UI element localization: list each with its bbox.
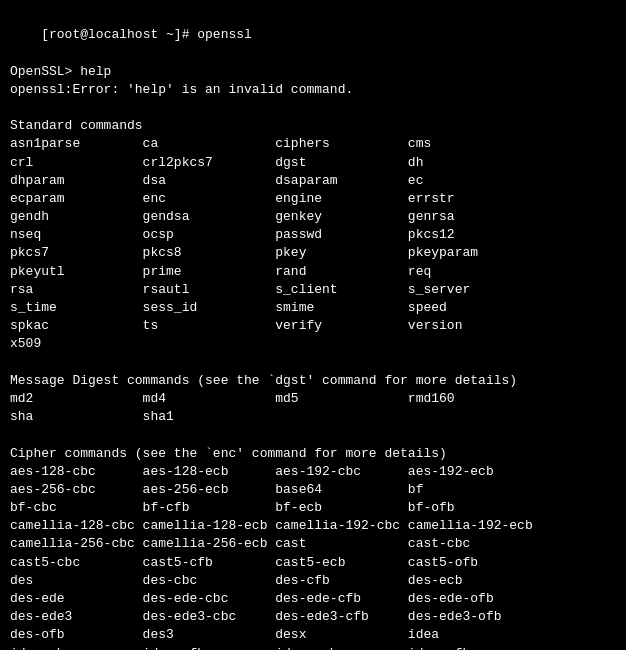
terminal-line: OpenSSL> help [10, 63, 616, 81]
terminal-line: rsa rsautl s_client s_server [10, 281, 616, 299]
terminal-line: s_time sess_id smime speed [10, 299, 616, 317]
terminal-line: dhparam dsa dsaparam ec [10, 172, 616, 190]
terminal-line: asn1parse ca ciphers cms [10, 135, 616, 153]
terminal-line: idea-cbc idea-cfb idea-ecb idea-ofb [10, 645, 616, 650]
terminal-line: cast5-cbc cast5-cfb cast5-ecb cast5-ofb [10, 554, 616, 572]
terminal-line: pkeyutl prime rand req [10, 263, 616, 281]
terminal-line: nseq ocsp passwd pkcs12 [10, 226, 616, 244]
terminal-line: spkac ts verify version [10, 317, 616, 335]
terminal-line: bf-cbc bf-cfb bf-ecb bf-ofb [10, 499, 616, 517]
terminal-line: md2 md4 md5 rmd160 [10, 390, 616, 408]
terminal-line: des-ede3 des-ede3-cbc des-ede3-cfb des-e… [10, 608, 616, 626]
terminal-line: camellia-128-cbc camellia-128-ecb camell… [10, 517, 616, 535]
terminal-window: [root@localhost ~]# openssl OpenSSL> hel… [10, 8, 616, 650]
terminal-line [10, 354, 616, 372]
terminal-line: aes-128-cbc aes-128-ecb aes-192-cbc aes-… [10, 463, 616, 481]
terminal-line: x509 [10, 335, 616, 353]
terminal-line [10, 426, 616, 444]
terminal-line: aes-256-cbc aes-256-ecb base64 bf [10, 481, 616, 499]
command-line: [root@localhost ~]# openssl [41, 27, 252, 42]
terminal-line: Standard commands [10, 117, 616, 135]
terminal-line [10, 99, 616, 117]
terminal-line: camellia-256-cbc camellia-256-ecb cast c… [10, 535, 616, 553]
terminal-line: crl crl2pkcs7 dgst dh [10, 154, 616, 172]
terminal-line: Cipher commands (see the `enc' command f… [10, 445, 616, 463]
terminal-line: Message Digest commands (see the `dgst' … [10, 372, 616, 390]
terminal-line: sha sha1 [10, 408, 616, 426]
terminal-line: ecparam enc engine errstr [10, 190, 616, 208]
terminal-line: openssl:Error: 'help' is an invalid comm… [10, 81, 616, 99]
terminal-line: des-ofb des3 desx idea [10, 626, 616, 644]
terminal-line: des-ede des-ede-cbc des-ede-cfb des-ede-… [10, 590, 616, 608]
terminal-output: OpenSSL> helpopenssl:Error: 'help' is an… [10, 63, 616, 650]
terminal-line: gendh gendsa genkey genrsa [10, 208, 616, 226]
terminal-content: [root@localhost ~]# openssl [10, 8, 616, 63]
terminal-line: pkcs7 pkcs8 pkey pkeyparam [10, 244, 616, 262]
terminal-line: des des-cbc des-cfb des-ecb [10, 572, 616, 590]
